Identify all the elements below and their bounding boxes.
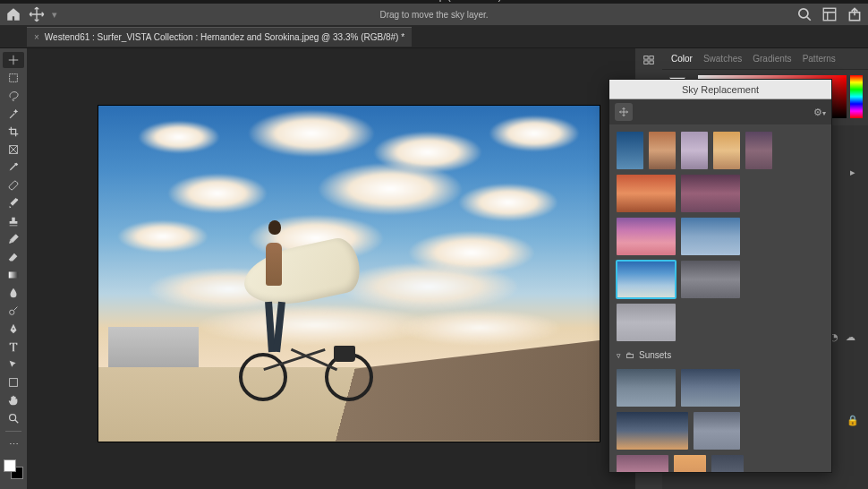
- sky-preset[interactable]: [649, 132, 676, 169]
- stamp-tool[interactable]: [3, 213, 24, 229]
- shape-tool[interactable]: [3, 374, 24, 390]
- chevron-down-icon: ▿: [617, 351, 621, 360]
- sky-preset[interactable]: [674, 455, 706, 472]
- toolbox: ⋯: [0, 48, 27, 489]
- chevron-right-icon[interactable]: ▸: [850, 167, 855, 178]
- tab-patterns[interactable]: Patterns: [803, 54, 836, 64]
- person: [239, 210, 309, 394]
- gear-icon[interactable]: ⚙▾: [813, 107, 826, 118]
- edit-toolbar-icon[interactable]: ⋯: [3, 436, 24, 452]
- path-tool[interactable]: [3, 356, 24, 373]
- sky-preset[interactable]: [617, 218, 676, 255]
- sky-preset[interactable]: [694, 412, 740, 450]
- sky-preset[interactable]: [617, 455, 668, 472]
- sky-preset[interactable]: [617, 175, 676, 212]
- options-hint: Drag to move the sky layer.: [379, 10, 488, 20]
- pen-tool[interactable]: [3, 321, 24, 337]
- heal-tool[interactable]: [3, 177, 24, 193]
- svg-point-0: [799, 9, 808, 18]
- sky-preset[interactable]: [617, 132, 643, 169]
- lasso-tool[interactable]: [3, 88, 24, 104]
- sky-preset[interactable]: [617, 261, 676, 298]
- svg-rect-5: [8, 180, 18, 190]
- frame-tool[interactable]: [3, 142, 24, 158]
- sky-preset[interactable]: [617, 412, 688, 450]
- building: [108, 327, 199, 367]
- sky-preset[interactable]: [681, 261, 740, 298]
- folder-label: Sunsets: [639, 350, 671, 360]
- search-icon[interactable]: [796, 6, 813, 22]
- tab-gradients[interactable]: Gradients: [753, 54, 791, 64]
- sky-preset[interactable]: [681, 175, 740, 212]
- type-tool[interactable]: [3, 339, 24, 355]
- zoom-tool[interactable]: [3, 410, 24, 426]
- tab-color[interactable]: Color: [671, 54, 693, 64]
- folder-icon: 🗀: [625, 350, 634, 360]
- sky-preset[interactable]: [713, 132, 740, 169]
- sky-replacement-title[interactable]: Sky Replacement: [609, 80, 831, 99]
- sky-preset[interactable]: [681, 218, 740, 255]
- gradient-tool[interactable]: [3, 267, 24, 283]
- sky-panel-toolbar: ⚙▾: [609, 99, 831, 124]
- move-tool-icon[interactable]: [29, 6, 45, 22]
- sky-preset[interactable]: [617, 304, 676, 341]
- fg-bg-swatch[interactable]: [4, 459, 23, 479]
- marquee-tool[interactable]: [3, 70, 24, 86]
- sky-move-tool-icon[interactable]: [615, 103, 633, 121]
- svg-point-7: [10, 310, 14, 314]
- dodge-tool[interactable]: [3, 303, 24, 319]
- blur-tool[interactable]: [3, 285, 24, 301]
- sky-preset[interactable]: [617, 369, 676, 407]
- move-tool[interactable]: [3, 52, 24, 68]
- cloud-icon[interactable]: ☁: [846, 331, 855, 343]
- history-brush-tool[interactable]: [3, 231, 24, 247]
- workspace-icon[interactable]: [821, 6, 838, 22]
- divider: [5, 431, 21, 432]
- document-canvas[interactable]: [98, 106, 600, 442]
- svg-rect-11: [650, 56, 653, 60]
- options-bar: ▾ Adobe Photoshop (Prerelease) Drag to m…: [0, 4, 868, 26]
- panel-group-icon[interactable]: [638, 52, 660, 68]
- sky-preset[interactable]: [681, 132, 708, 169]
- document-tab[interactable]: × Westend61 : Surfer_VISTA Collection : …: [27, 27, 412, 47]
- brush-tool[interactable]: [3, 195, 24, 211]
- svg-point-9: [10, 415, 16, 421]
- home-icon[interactable]: [5, 6, 21, 22]
- sky-preset[interactable]: [681, 369, 740, 407]
- sky-presets-list[interactable]: ▿ 🗀 Sunsets: [609, 124, 831, 472]
- eyedropper-tool[interactable]: [3, 159, 24, 176]
- document-tab-label: Westend61 : Surfer_VISTA Collection : He…: [45, 32, 404, 42]
- sky-preset[interactable]: [711, 455, 744, 472]
- crop-tool[interactable]: [3, 124, 24, 140]
- color-panel-tabs: Color Swatches Gradients Patterns: [662, 48, 868, 70]
- svg-rect-13: [650, 61, 653, 64]
- tab-swatches[interactable]: Swatches: [703, 54, 742, 64]
- canvas-area[interactable]: [27, 48, 635, 489]
- hand-tool[interactable]: [3, 392, 24, 408]
- lock-icon[interactable]: 🔒: [847, 415, 859, 426]
- svg-rect-6: [9, 272, 19, 279]
- svg-rect-12: [644, 61, 648, 64]
- hue-slider[interactable]: [850, 75, 863, 118]
- app-title: Adobe Photoshop (Prerelease): [366, 0, 501, 2]
- sky-preset[interactable]: [745, 132, 772, 169]
- close-tab-icon[interactable]: ×: [34, 32, 39, 42]
- svg-rect-1: [823, 8, 836, 21]
- svg-rect-8: [10, 379, 18, 387]
- svg-rect-3: [10, 74, 18, 82]
- document-tabs: × Westend61 : Surfer_VISTA Collection : …: [0, 26, 868, 48]
- share-icon[interactable]: [847, 6, 863, 22]
- wand-tool[interactable]: [3, 106, 24, 122]
- eraser-tool[interactable]: [3, 249, 24, 265]
- folder-sunsets[interactable]: ▿ 🗀 Sunsets: [617, 350, 824, 360]
- svg-rect-10: [644, 56, 648, 60]
- sky-replacement-panel: Sky Replacement ⚙▾ ▿ 🗀 Sunsets: [608, 79, 832, 473]
